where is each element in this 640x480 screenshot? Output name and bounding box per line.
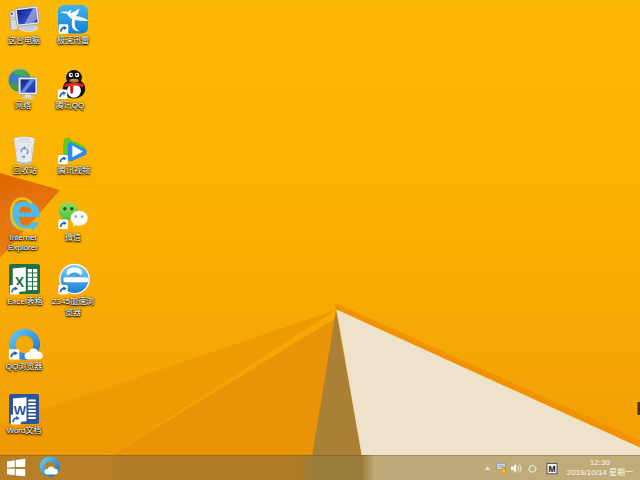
- svg-text:M: M: [548, 464, 555, 474]
